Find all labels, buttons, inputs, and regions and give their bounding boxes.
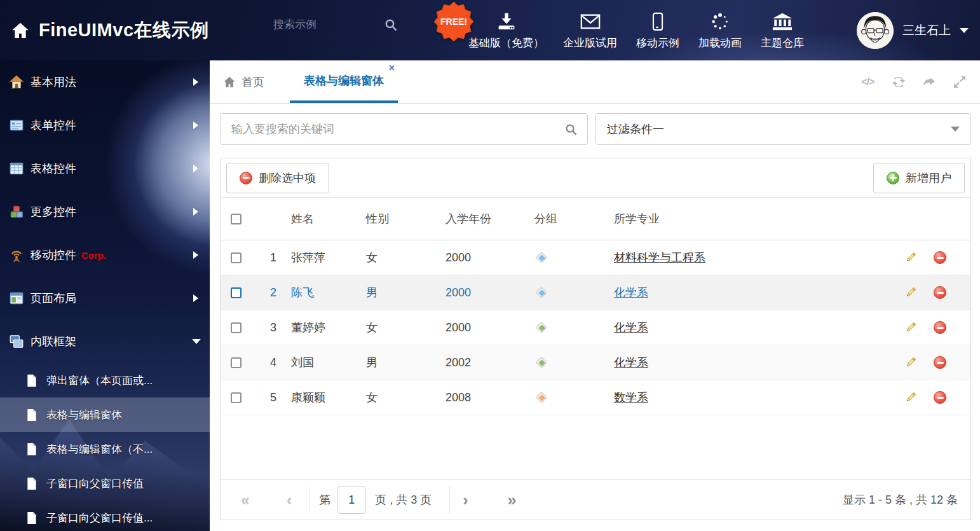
sidebar-subitem-4[interactable]: 子窗口向父窗口传值... (0, 500, 210, 531)
page-icon (26, 443, 37, 456)
tab-toolbar (859, 60, 968, 103)
pagination: 第 页 , 共 3 页 显示 1 - 5 条 , 共 12 条 (221, 479, 970, 520)
col-header-major[interactable]: 所学专业 (601, 211, 881, 226)
page-label-prefix: 第 (319, 492, 330, 507)
sidebar-subitem-3[interactable]: 子窗口向父窗口传值 (0, 466, 210, 500)
table-row[interactable]: 3董婷婷女2000化学系 (221, 310, 970, 345)
sidebar-item-1[interactable]: 表单控件 (0, 104, 210, 147)
header-nav-item-1[interactable]: 企业版试用 (554, 0, 627, 60)
delete-row-icon[interactable] (934, 251, 946, 264)
filter-select-value: 过滤条件一 (607, 121, 664, 137)
major-link[interactable]: 化学系 (614, 286, 648, 299)
next-page-icon[interactable] (463, 492, 468, 508)
major-link[interactable]: 化学系 (614, 321, 648, 334)
table-row[interactable]: 5康颖颖女2008数学系 (221, 380, 970, 415)
sidebar-subitem-label: 弹出窗体（本页面或... (46, 373, 153, 388)
header-nav-item-3[interactable]: 加载动画 (689, 0, 751, 60)
filter-select[interactable]: 过滤条件一 (595, 113, 971, 145)
row-checkbox[interactable] (231, 252, 242, 263)
sidebar-item-6[interactable]: 内联框架 (0, 320, 210, 363)
avatar[interactable] (857, 12, 894, 49)
row-number: 5 (251, 391, 278, 404)
user-menu[interactable]: 三生石上 (857, 0, 969, 60)
edit-icon[interactable] (904, 321, 917, 334)
header-search[interactable] (272, 18, 398, 32)
chevron-right-icon (193, 294, 198, 302)
delete-selected-button[interactable]: 删除选中项 (226, 163, 329, 193)
chevron-right-icon (193, 251, 198, 259)
keyword-search[interactable] (220, 113, 588, 145)
row-number: 2 (251, 286, 278, 300)
sidebar-item-2[interactable]: 表格控件 (0, 147, 210, 190)
page-number-input[interactable] (337, 486, 366, 514)
tag-icon (534, 390, 548, 404)
col-header-name[interactable]: 姓名 (278, 211, 353, 226)
delete-row-icon[interactable] (934, 286, 946, 299)
sidebar-item-5[interactable]: 页面布局 (0, 277, 210, 320)
delete-row-icon[interactable] (934, 391, 946, 404)
col-header-gender[interactable]: 性别 (353, 211, 433, 226)
row-checkbox[interactable] (231, 287, 242, 298)
edit-icon[interactable] (904, 286, 917, 299)
code-icon[interactable] (859, 74, 876, 90)
minus-icon (240, 172, 252, 184)
form-icon (9, 118, 24, 133)
page-icon (26, 511, 37, 525)
cell-year: 2000 (433, 251, 522, 265)
refresh-icon[interactable] (890, 74, 907, 90)
sidebar-item-label: 页面布局 (31, 291, 76, 306)
cell-gender: 男 (353, 355, 433, 370)
keyword-search-input[interactable] (230, 122, 564, 137)
header-nav-item-4[interactable]: 主题仓库 (751, 0, 813, 60)
add-user-button[interactable]: 新增用户 (873, 163, 965, 193)
free-badge[interactable]: FREE! (433, 1, 474, 42)
search-icon[interactable] (384, 18, 398, 32)
tab-home[interactable]: 首页 (222, 60, 264, 103)
sidebar-item-3[interactable]: 更多控件 (0, 190, 210, 233)
app-title: FineUIMvc在线示例 (39, 18, 209, 43)
cell-year: 2008 (433, 391, 522, 404)
major-link[interactable]: 化学系 (614, 356, 648, 369)
edit-icon[interactable] (904, 391, 917, 404)
col-header-group[interactable]: 分组 (522, 211, 601, 226)
cell-year: 2000 (433, 321, 522, 334)
forward-icon[interactable] (920, 74, 937, 90)
page-icon (26, 477, 37, 490)
sidebar-subitem-0[interactable]: 弹出窗体（本页面或... (0, 363, 210, 397)
grid-filler (221, 415, 970, 479)
header-nav-item-2[interactable]: 移动示例 (627, 0, 689, 60)
table-row[interactable]: 2陈飞男2000化学系 (221, 275, 970, 310)
search-icon[interactable] (564, 123, 578, 136)
close-icon[interactable] (389, 63, 395, 73)
row-checkbox[interactable] (231, 357, 242, 368)
sidebar-subitem-2[interactable]: 表格与编辑窗体（不... (0, 432, 210, 466)
delete-row-icon[interactable] (934, 356, 946, 369)
frames-icon (9, 334, 24, 349)
sidebar-item-0[interactable]: 基本用法 (0, 60, 210, 104)
table-row[interactable]: 1张萍萍女2000材料科学与工程系 (221, 240, 970, 275)
edit-icon[interactable] (904, 356, 917, 369)
header-search-input[interactable] (272, 18, 367, 32)
antenna-icon (9, 247, 24, 263)
table-row[interactable]: 4刘国男2002化学系 (221, 345, 970, 380)
major-link[interactable]: 材料科学与工程系 (614, 251, 705, 264)
prev-page-icon[interactable] (287, 492, 292, 508)
expand-icon[interactable] (951, 74, 968, 90)
tab-grid-edit-window[interactable]: 表格与编辑窗体 (290, 60, 398, 103)
sidebar-subitem-label: 表格与编辑窗体 (46, 408, 122, 422)
delete-row-icon[interactable] (934, 321, 946, 334)
edit-icon[interactable] (904, 251, 917, 264)
col-header-year[interactable]: 入学年份 (433, 211, 522, 226)
tag-icon (534, 251, 548, 265)
last-page-icon[interactable] (508, 492, 517, 508)
select-all-checkbox[interactable] (231, 214, 242, 224)
row-checkbox[interactable] (231, 392, 242, 403)
tag-icon (534, 286, 548, 300)
sidebar-item-label: 内联框架 (31, 334, 76, 349)
major-link[interactable]: 数学系 (614, 391, 648, 404)
sidebar-item-4[interactable]: 移动控件Corp. (0, 233, 210, 277)
sidebar-subitem-1[interactable]: 表格与编辑窗体 (0, 397, 210, 432)
brand[interactable]: FineUIMvc在线示例 (10, 0, 209, 60)
first-page-icon[interactable] (241, 492, 250, 508)
row-checkbox[interactable] (231, 322, 242, 333)
